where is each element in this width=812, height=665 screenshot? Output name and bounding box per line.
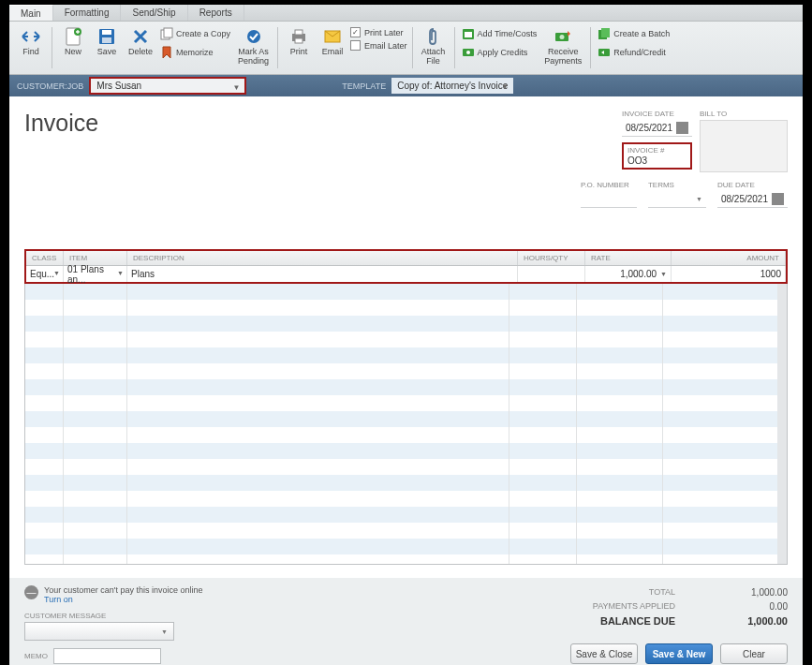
save-icon bbox=[97, 27, 116, 46]
chevron-down-icon: ▼ bbox=[660, 271, 667, 277]
online-pay-msg: Your customer can't pay this invoice onl… bbox=[44, 585, 202, 595]
turn-on-link[interactable]: Turn on bbox=[44, 595, 202, 604]
cell-item[interactable]: 01 Plans an...▼ bbox=[64, 266, 127, 282]
attach-file-button[interactable]: Attach File bbox=[418, 25, 450, 68]
col-amount[interactable]: AMOUNT bbox=[672, 251, 786, 265]
clear-button[interactable]: Clear bbox=[720, 643, 788, 664]
apply-credits-button[interactable]: Apply Credits bbox=[460, 44, 539, 61]
tab-formatting[interactable]: Formatting bbox=[53, 5, 122, 21]
payments-icon bbox=[554, 27, 572, 46]
refund-credit-button[interactable]: Refund/Credit bbox=[596, 44, 672, 61]
svg-point-17 bbox=[560, 35, 565, 39]
receive-payments-button[interactable]: Receive Payments bbox=[540, 25, 585, 68]
email-later-checkbox[interactable]: Email Later bbox=[350, 40, 407, 51]
chevron-down-icon: ▼ bbox=[117, 270, 124, 276]
col-class[interactable]: CLASS bbox=[26, 251, 64, 265]
invoice-date-input[interactable]: 08/25/2021 bbox=[622, 120, 692, 137]
terms-select[interactable]: ▼ bbox=[648, 191, 706, 208]
svg-rect-3 bbox=[102, 30, 111, 35]
tab-main[interactable]: Main bbox=[9, 5, 53, 21]
customer-label: CUSTOMER:JOB bbox=[17, 81, 83, 91]
tab-reports[interactable]: Reports bbox=[188, 5, 244, 21]
batch-icon bbox=[598, 27, 611, 40]
email-button[interactable]: Email bbox=[317, 25, 348, 59]
col-rate[interactable]: RATE bbox=[585, 251, 672, 265]
col-description[interactable]: DESCRIPTION bbox=[127, 251, 518, 265]
tab-sendship[interactable]: Send/Ship bbox=[121, 5, 187, 21]
balance-value: 1,000.00 bbox=[722, 615, 788, 627]
cell-description[interactable]: Plans bbox=[127, 266, 518, 282]
save-new-button[interactable]: Save & New bbox=[645, 643, 713, 664]
credits-icon bbox=[462, 46, 475, 59]
customer-bar: CUSTOMER:JOB Mrs Susan ▼ TEMPLATE Copy o… bbox=[9, 75, 803, 96]
toolbar: Find New Save Delete Create a Copy Memor… bbox=[9, 22, 803, 75]
print-button[interactable]: Print bbox=[283, 25, 315, 59]
line-items-table: CLASS ITEM DESCRIPTION HOURS/QTY RATE AM… bbox=[24, 249, 788, 284]
memorize-icon bbox=[160, 46, 173, 59]
new-button[interactable]: New bbox=[57, 25, 89, 59]
scrollbar[interactable] bbox=[777, 284, 787, 564]
mark-pending-button[interactable]: Mark As Pending bbox=[234, 25, 273, 68]
svg-rect-4 bbox=[102, 37, 111, 43]
due-date-label: DUE DATE bbox=[717, 181, 788, 189]
cust-msg-select[interactable]: ▼ bbox=[24, 622, 174, 641]
terms-label: TERMS bbox=[648, 181, 706, 189]
delete-button[interactable]: Delete bbox=[125, 25, 156, 59]
create-copy-button[interactable]: Create a Copy bbox=[158, 25, 232, 42]
save-button[interactable]: Save bbox=[91, 25, 123, 59]
total-value: 1,000.00 bbox=[722, 587, 788, 598]
cell-rate[interactable]: 1,000.00▼ bbox=[585, 266, 672, 282]
pending-icon bbox=[244, 27, 263, 46]
create-batch-button[interactable]: Create a Batch bbox=[596, 25, 672, 42]
svg-point-7 bbox=[247, 30, 260, 43]
email-icon bbox=[323, 27, 342, 46]
cell-qty[interactable] bbox=[518, 266, 585, 282]
calendar-icon[interactable] bbox=[676, 122, 688, 134]
balance-label: BALANCE DUE bbox=[600, 615, 675, 627]
find-button[interactable]: Find bbox=[15, 25, 47, 59]
calendar-icon[interactable] bbox=[772, 193, 784, 205]
po-input[interactable] bbox=[581, 191, 637, 208]
template-label: TEMPLATE bbox=[342, 81, 386, 91]
svg-rect-9 bbox=[295, 30, 303, 35]
time-icon bbox=[462, 27, 475, 40]
new-icon bbox=[64, 27, 82, 46]
total-label: TOTAL bbox=[649, 587, 675, 598]
template-select[interactable]: Copy of: Attorney's Invoice ▼ bbox=[391, 78, 513, 94]
table-empty-rows[interactable] bbox=[24, 284, 788, 565]
find-icon bbox=[22, 27, 40, 46]
svg-rect-10 bbox=[295, 38, 303, 43]
chevron-down-icon: ▼ bbox=[161, 628, 168, 635]
svg-rect-6 bbox=[164, 28, 172, 37]
add-time-button[interactable]: Add Time/Costs bbox=[460, 25, 539, 42]
svg-rect-19 bbox=[601, 28, 610, 37]
applied-value: 0.00 bbox=[722, 601, 788, 612]
svg-rect-13 bbox=[465, 32, 472, 37]
save-close-button[interactable]: Save & Close bbox=[570, 643, 638, 664]
menu-tabs: Main Formatting Send/Ship Reports bbox=[9, 5, 803, 22]
cell-class[interactable]: Equ...▼ bbox=[26, 266, 64, 282]
print-icon bbox=[289, 27, 308, 46]
due-date-input[interactable]: 08/25/2021 bbox=[717, 191, 788, 208]
copy-icon bbox=[160, 27, 173, 40]
col-qty[interactable]: HOURS/QTY bbox=[518, 251, 585, 265]
bill-to-label: BILL TO bbox=[700, 110, 788, 118]
memo-label: MEMO bbox=[24, 652, 48, 660]
table-row[interactable]: Equ...▼ 01 Plans an...▼ Plans 1,000.00▼ … bbox=[26, 266, 786, 282]
chevron-down-icon: ▼ bbox=[696, 196, 702, 202]
footer: — Your customer can't pay this invoice o… bbox=[9, 578, 803, 665]
bill-to-input[interactable] bbox=[700, 120, 788, 172]
memo-input[interactable] bbox=[53, 648, 161, 664]
info-icon: — bbox=[24, 585, 38, 599]
delete-icon bbox=[131, 27, 150, 46]
memorize-button[interactable]: Memorize bbox=[158, 44, 232, 61]
applied-label: PAYMENTS APPLIED bbox=[593, 601, 675, 612]
cust-msg-label: CUSTOMER MESSAGE bbox=[24, 612, 533, 620]
customer-select[interactable]: Mrs Susan ▼ bbox=[89, 77, 246, 95]
cell-amount[interactable]: 1000 bbox=[672, 266, 786, 282]
print-later-checkbox[interactable]: ✓Print Later bbox=[350, 27, 407, 37]
chevron-down-icon: ▼ bbox=[53, 270, 60, 276]
invoice-body: Invoice INVOICE DATE 08/25/2021 INVOICE … bbox=[9, 96, 803, 578]
po-label: P.O. NUMBER bbox=[581, 181, 637, 189]
invoice-num-input[interactable]: INVOICE # OO3 bbox=[622, 142, 692, 170]
